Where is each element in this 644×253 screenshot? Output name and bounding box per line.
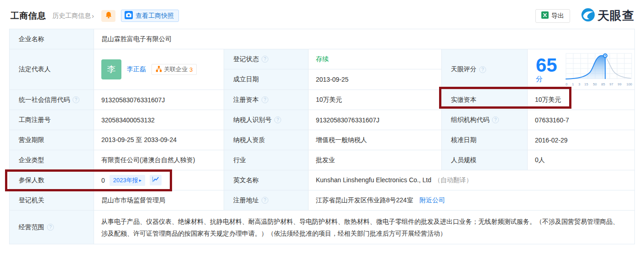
label-company-name: 企业名称 xyxy=(10,29,94,49)
business-info-page: 工商信息 历史工商信息 › 查看工商快照 导出 天眼查 xyxy=(0,0,644,253)
label-industry: 行业 xyxy=(224,150,309,170)
help-icon[interactable]: ? xyxy=(262,96,268,103)
help-icon[interactable]: ? xyxy=(73,96,79,103)
label-uscc: 统一社会信用代码? xyxy=(10,90,94,110)
header: 工商信息 历史工商信息 › 查看工商快照 导出 天眼查 xyxy=(0,0,644,29)
business-info-table: 企业名称 昆山霖胜富电子有限公司 法定代表人 李 李正磊 关联企业 3 xyxy=(9,29,635,244)
value-staff-size: 0人 xyxy=(528,150,635,170)
value-taxpayer-quality: 增值税一般纳税人 xyxy=(309,130,442,150)
history-info-link[interactable]: 历史工商信息 › xyxy=(52,12,94,20)
bell-icon xyxy=(105,11,112,21)
trend-chart-button[interactable] xyxy=(150,175,162,185)
tianyancha-eye-icon xyxy=(581,8,595,24)
value-company-type: 有限责任公司(港澳台自然人独资) xyxy=(94,150,224,170)
view-snapshot-button[interactable]: 查看工商快照 xyxy=(121,10,179,22)
label-org-code: 组织机构代码? xyxy=(442,110,528,130)
tianyancha-logo[interactable]: 天眼查 xyxy=(581,8,634,24)
export-button[interactable]: 导出 xyxy=(535,9,570,23)
legal-rep-avatar[interactable]: 李 xyxy=(101,59,121,79)
score-distribution-chart: 0131550859799100 xyxy=(565,53,633,86)
label-paid-capital: 实缴资本 xyxy=(442,90,528,110)
value-company-name: 昆山霖胜富电子有限公司 xyxy=(94,29,635,49)
value-reg-number: 320583400053132 xyxy=(94,110,224,130)
label-business-scope: 经营范围? xyxy=(10,211,94,244)
annual-report-badge[interactable]: 2023年报 ▸ xyxy=(110,175,145,186)
auto-translate-note: （自动翻译） xyxy=(434,176,472,184)
value-business-scope: 从事电子产品、仪器仪表、绝缘材料、抗静电材料、耐高温防护材料、导电防护材料、散热… xyxy=(94,211,635,244)
label-approval-date: 核准日期 xyxy=(442,130,528,150)
value-org-code: 07633160-7 xyxy=(528,110,635,130)
help-icon[interactable]: ? xyxy=(262,56,268,63)
label-establish-date: 成立日期 xyxy=(224,69,309,90)
value-english-name: Kunshan Linshengfu Electronics Co., Ltd（… xyxy=(309,170,635,190)
page-title: 工商信息 xyxy=(10,10,46,22)
related-companies-count: 3 xyxy=(189,66,193,73)
label-taxpayer-quality: 纳税人资质 xyxy=(224,130,309,150)
score-chart-axis: 0131550859799100 xyxy=(565,82,633,86)
help-icon[interactable]: ? xyxy=(492,116,499,123)
label-reg-status: 登记状态? xyxy=(224,49,309,69)
value-tianyan-score: 65分 xyxy=(528,49,635,90)
value-reg-status: 存续 xyxy=(309,49,442,69)
nearby-companies-link[interactable]: 附近公司 xyxy=(419,196,445,204)
insured-number: 0 xyxy=(101,177,105,184)
label-reg-number: 工商注册号 xyxy=(10,110,94,130)
camera-icon xyxy=(125,11,133,21)
label-reg-capital: 注册资本? xyxy=(224,90,309,110)
label-legal-rep: 法定代表人 xyxy=(10,49,94,90)
label-reg-address: 注册地址? xyxy=(224,190,309,211)
help-icon[interactable]: ? xyxy=(47,224,54,231)
value-taxpayer-id: 91320583076331607J xyxy=(309,110,442,130)
value-industry: 批发业 xyxy=(309,150,442,170)
label-reg-authority: 登记机关 xyxy=(10,190,94,211)
help-icon[interactable]: ? xyxy=(274,116,281,123)
value-insured-count: 0 2023年报 ▸ xyxy=(94,170,224,190)
label-tianyan-score: 天眼评分? xyxy=(442,49,528,90)
value-reg-address: 江苏省昆山开发区伟业路8号224室 附近公司 xyxy=(309,190,635,211)
label-insured-count: 参保人数 xyxy=(10,170,94,190)
value-reg-authority: 昆山市市场监督管理局 xyxy=(94,190,224,211)
value-reg-capital: 10万美元 xyxy=(309,90,442,110)
org-chart-icon xyxy=(156,66,162,74)
line-chart-icon xyxy=(152,176,159,184)
excel-icon xyxy=(541,11,549,21)
label-business-term: 营业期限 xyxy=(10,130,94,150)
value-paid-capital: 10万美元 xyxy=(528,90,635,110)
label-company-type: 企业类型 xyxy=(10,150,94,170)
legal-rep-name-link[interactable]: 李正磊 xyxy=(127,65,146,74)
brand-name: 天眼查 xyxy=(597,8,634,24)
triangle-right-icon: ▸ xyxy=(139,178,141,183)
help-icon[interactable]: ? xyxy=(262,197,268,204)
notification-bell-button[interactable] xyxy=(101,10,115,22)
help-icon[interactable]: ? xyxy=(479,66,486,73)
value-uscc: 91320583076331607J xyxy=(94,90,224,110)
label-staff-size: 人员规模 xyxy=(442,150,528,170)
value-business-term: 2013-09-25 至 2033-09-24 xyxy=(94,130,224,150)
chevron-right-icon: › xyxy=(92,12,94,20)
label-english-name: 英文名称 xyxy=(224,170,309,190)
score-number: 65分 xyxy=(536,56,560,84)
value-legal-rep: 李 李正磊 关联企业 3 xyxy=(94,49,224,90)
value-approval-date: 2016-02-29 xyxy=(528,130,635,150)
label-taxpayer-id: 纳税人识别号? xyxy=(224,110,309,130)
related-companies-badge[interactable]: 关联企业 3 xyxy=(152,64,197,75)
value-establish-date: 2013-09-25 xyxy=(309,69,442,90)
